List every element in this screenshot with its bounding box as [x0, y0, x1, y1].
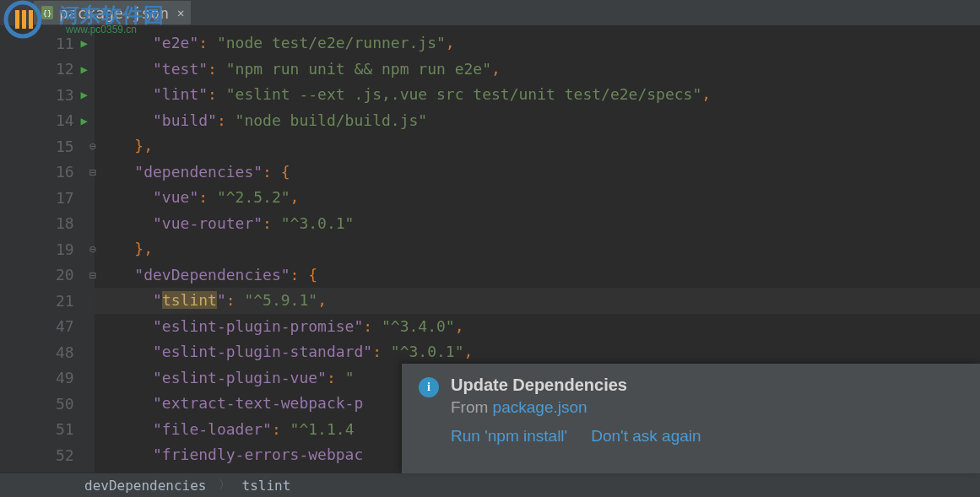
run-icon[interactable]: ▶ — [81, 88, 88, 101]
line-number: 11 — [46, 35, 74, 52]
breadcrumb[interactable]: devDependencies 〉 tslint — [0, 473, 980, 497]
watermark-logo — [0, 0, 46, 42]
breadcrumb-item[interactable]: tslint — [242, 478, 291, 494]
info-icon: i — [419, 377, 439, 397]
gutter: 11▶12▶13▶14▶15▶⊖16▶⊟17▶18▶19▶⊖20▶⊟21▶47▶… — [0, 25, 95, 473]
dont-ask-again-button[interactable]: Don't ask again — [591, 427, 701, 446]
line-number: 14 — [46, 111, 74, 129]
line-number: 19 — [46, 240, 74, 258]
gutter-row[interactable]: 47▶ — [0, 314, 95, 340]
line-number: 50 — [46, 395, 74, 413]
run-icon[interactable]: ▶ — [81, 36, 88, 50]
gutter-row[interactable]: 51▶ — [0, 417, 95, 443]
code-line[interactable]: "test": "npm run unit && npm run e2e", — [95, 57, 980, 83]
line-number: 15 — [46, 138, 74, 155]
gutter-row[interactable]: 20▶⊟ — [0, 262, 95, 289]
run-npm-install-button[interactable]: Run 'npm install' — [451, 427, 567, 446]
breadcrumb-item[interactable]: devDependencies — [84, 478, 207, 494]
gutter-row[interactable]: 12▶ — [0, 57, 95, 83]
code-line[interactable]: "dependencies": { — [95, 159, 980, 186]
gutter-row[interactable]: 48▶ — [0, 339, 95, 365]
line-number: 21 — [46, 292, 74, 310]
code-line[interactable]: "e2e": "node test/e2e/runner.js", — [95, 30, 980, 57]
fold-icon[interactable]: ⊖ — [89, 242, 96, 256]
code-line[interactable]: "eslint-plugin-standard": "^3.0.1", — [95, 339, 980, 365]
gutter-row[interactable]: 15▶⊖ — [0, 133, 95, 159]
run-icon[interactable]: ▶ — [81, 62, 88, 76]
gutter-row[interactable]: 13▶ — [0, 82, 95, 108]
line-number: 16 — [46, 163, 74, 181]
gutter-row[interactable]: 18▶ — [0, 211, 95, 237]
code-line[interactable]: "tslint": "^5.9.1", — [95, 288, 980, 314]
close-icon[interactable]: ✕ — [177, 6, 184, 19]
gutter-row[interactable]: 19▶⊖ — [0, 236, 95, 262]
line-number: 12 — [46, 60, 74, 78]
fold-icon[interactable]: ⊟ — [89, 268, 96, 282]
watermark-url: www.pc0359.cn — [66, 24, 137, 35]
code-line[interactable]: "lint": "eslint --ext .js,.vue src test/… — [95, 82, 980, 108]
fold-icon[interactable]: ⊟ — [89, 165, 96, 179]
line-number: 52 — [46, 446, 74, 464]
gutter-row[interactable]: 50▶ — [0, 391, 95, 417]
gutter-row[interactable]: 52▶ — [0, 442, 95, 468]
svg-rect-3 — [29, 10, 33, 29]
svg-rect-1 — [15, 10, 19, 29]
notification-title: Update Dependencies — [451, 375, 963, 395]
code-line[interactable]: "vue-router": "^3.0.1" — [95, 211, 980, 237]
line-number: 13 — [46, 86, 74, 104]
line-number: 20 — [46, 266, 74, 284]
run-icon[interactable]: ▶ — [81, 114, 88, 127]
code-line[interactable]: "vue": "^2.5.2", — [95, 185, 980, 211]
chevron-right-icon: 〉 — [219, 478, 230, 493]
line-number: 48 — [46, 343, 74, 361]
gutter-row[interactable]: 17▶ — [0, 185, 95, 211]
svg-rect-2 — [22, 10, 26, 29]
notification-popup: i Update Dependencies From package.json … — [402, 364, 980, 473]
line-number: 49 — [46, 369, 74, 386]
code-line[interactable]: }, — [95, 236, 980, 262]
gutter-row[interactable]: 21▶ — [0, 288, 95, 314]
notification-subtitle: From package.json — [451, 398, 963, 417]
gutter-row[interactable]: 14▶ — [0, 108, 95, 134]
code-line[interactable]: "devDependencies": { — [95, 262, 980, 289]
code-line[interactable]: "eslint-plugin-promise": "^3.4.0", — [95, 314, 980, 340]
line-number: 17 — [46, 189, 74, 207]
code-line[interactable]: "build": "node build/build.js" — [95, 108, 980, 134]
gutter-row[interactable]: 16▶⊟ — [0, 159, 95, 186]
fold-icon[interactable]: ⊖ — [89, 139, 96, 153]
gutter-row[interactable]: 49▶ — [0, 365, 95, 392]
notification-source-link[interactable]: package.json — [493, 398, 587, 416]
line-number: 18 — [46, 214, 74, 232]
code-line[interactable]: }, — [95, 133, 980, 159]
line-number: 47 — [46, 317, 74, 335]
line-number: 51 — [46, 420, 74, 438]
